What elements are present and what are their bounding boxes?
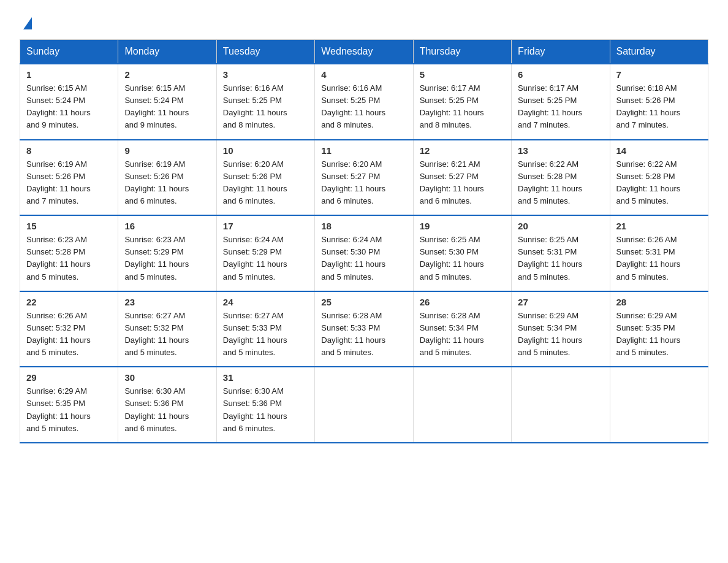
- calendar-cell: 22Sunrise: 6:26 AMSunset: 5:32 PMDayligh…: [20, 291, 118, 367]
- day-number: 12: [420, 145, 505, 156]
- day-number: 22: [26, 297, 112, 307]
- calendar-cell: 10Sunrise: 6:20 AMSunset: 5:26 PMDayligh…: [216, 140, 314, 216]
- calendar-cell: 26Sunrise: 6:28 AMSunset: 5:34 PMDayligh…: [413, 291, 511, 367]
- calendar-cell: 2Sunrise: 6:15 AMSunset: 5:24 PMDaylight…: [118, 64, 216, 140]
- calendar-cell: 23Sunrise: 6:27 AMSunset: 5:32 PMDayligh…: [118, 291, 216, 367]
- day-info: Sunrise: 6:29 AMSunset: 5:35 PMDaylight:…: [616, 310, 702, 359]
- day-number: 15: [26, 221, 112, 231]
- day-info: Sunrise: 6:27 AMSunset: 5:33 PMDaylight:…: [223, 310, 308, 359]
- day-info: Sunrise: 6:24 AMSunset: 5:30 PMDaylight:…: [321, 234, 406, 283]
- day-info: Sunrise: 6:28 AMSunset: 5:34 PMDaylight:…: [420, 310, 505, 359]
- day-number: 2: [124, 69, 210, 80]
- day-info: Sunrise: 6:19 AMSunset: 5:26 PMDaylight:…: [26, 158, 112, 208]
- day-number: 13: [518, 145, 603, 156]
- day-number: 5: [420, 69, 505, 80]
- day-info: Sunrise: 6:17 AMSunset: 5:25 PMDaylight:…: [420, 82, 505, 132]
- day-info: Sunrise: 6:22 AMSunset: 5:28 PMDaylight:…: [616, 158, 702, 208]
- calendar-cell: 5Sunrise: 6:17 AMSunset: 5:25 PMDaylight…: [413, 64, 511, 140]
- calendar-cell: 27Sunrise: 6:29 AMSunset: 5:34 PMDayligh…: [512, 291, 610, 367]
- calendar-cell: 18Sunrise: 6:24 AMSunset: 5:30 PMDayligh…: [315, 215, 413, 291]
- day-number: 27: [518, 297, 603, 307]
- column-header-sunday: Sunday: [20, 40, 118, 64]
- calendar-cell: 16Sunrise: 6:23 AMSunset: 5:29 PMDayligh…: [118, 215, 216, 291]
- day-number: 20: [518, 221, 603, 231]
- day-number: 17: [223, 221, 308, 231]
- day-info: Sunrise: 6:27 AMSunset: 5:32 PMDaylight:…: [124, 310, 210, 359]
- day-number: 9: [124, 145, 210, 156]
- calendar-cell: 20Sunrise: 6:25 AMSunset: 5:31 PMDayligh…: [512, 215, 610, 291]
- calendar-cell: 11Sunrise: 6:20 AMSunset: 5:27 PMDayligh…: [315, 140, 413, 216]
- column-header-wednesday: Wednesday: [315, 40, 413, 64]
- calendar-cell: 3Sunrise: 6:16 AMSunset: 5:25 PMDaylight…: [216, 64, 314, 140]
- day-info: Sunrise: 6:16 AMSunset: 5:25 PMDaylight:…: [223, 82, 308, 132]
- day-number: 18: [321, 221, 406, 231]
- calendar-cell: [315, 367, 413, 443]
- calendar-cell: 9Sunrise: 6:19 AMSunset: 5:26 PMDaylight…: [118, 140, 216, 216]
- day-number: 8: [26, 145, 112, 156]
- day-number: 24: [223, 297, 308, 307]
- day-number: 28: [616, 297, 702, 307]
- calendar-cell: [512, 367, 610, 443]
- day-number: 19: [420, 221, 505, 231]
- day-info: Sunrise: 6:23 AMSunset: 5:29 PMDaylight:…: [124, 234, 210, 283]
- column-header-tuesday: Tuesday: [216, 40, 314, 64]
- day-number: 6: [518, 69, 603, 80]
- calendar-week-row: 1Sunrise: 6:15 AMSunset: 5:24 PMDaylight…: [20, 64, 708, 140]
- column-header-friday: Friday: [512, 40, 610, 64]
- calendar-week-row: 29Sunrise: 6:29 AMSunset: 5:35 PMDayligh…: [20, 367, 708, 443]
- calendar-cell: 31Sunrise: 6:30 AMSunset: 5:36 PMDayligh…: [216, 367, 314, 443]
- day-info: Sunrise: 6:26 AMSunset: 5:32 PMDaylight:…: [26, 310, 112, 359]
- day-number: 4: [321, 69, 406, 80]
- day-number: 16: [124, 221, 210, 231]
- day-info: Sunrise: 6:25 AMSunset: 5:31 PMDaylight:…: [518, 234, 603, 283]
- day-info: Sunrise: 6:24 AMSunset: 5:29 PMDaylight:…: [223, 234, 308, 283]
- calendar-table: SundayMondayTuesdayWednesdayThursdayFrid…: [20, 39, 708, 443]
- calendar-cell: [610, 367, 708, 443]
- day-info: Sunrise: 6:20 AMSunset: 5:27 PMDaylight:…: [321, 158, 406, 208]
- day-number: 23: [124, 297, 210, 307]
- day-info: Sunrise: 6:28 AMSunset: 5:33 PMDaylight:…: [321, 310, 406, 359]
- calendar-cell: 14Sunrise: 6:22 AMSunset: 5:28 PMDayligh…: [610, 140, 708, 216]
- calendar-cell: [413, 367, 511, 443]
- day-info: Sunrise: 6:15 AMSunset: 5:24 PMDaylight:…: [124, 82, 210, 132]
- calendar-cell: 19Sunrise: 6:25 AMSunset: 5:30 PMDayligh…: [413, 215, 511, 291]
- day-info: Sunrise: 6:26 AMSunset: 5:31 PMDaylight:…: [616, 234, 702, 283]
- calendar-cell: 28Sunrise: 6:29 AMSunset: 5:35 PMDayligh…: [610, 291, 708, 367]
- calendar-header-row: SundayMondayTuesdayWednesdayThursdayFrid…: [20, 40, 708, 64]
- day-number: 14: [616, 145, 702, 156]
- day-info: Sunrise: 6:30 AMSunset: 5:36 PMDaylight:…: [223, 385, 308, 435]
- column-header-thursday: Thursday: [413, 40, 511, 64]
- day-number: 30: [124, 372, 210, 383]
- calendar-cell: 12Sunrise: 6:21 AMSunset: 5:27 PMDayligh…: [413, 140, 511, 216]
- page-header: [20, 15, 708, 29]
- calendar-cell: 7Sunrise: 6:18 AMSunset: 5:26 PMDaylight…: [610, 64, 708, 140]
- logo-triangle-icon: [23, 17, 32, 29]
- column-header-monday: Monday: [118, 40, 216, 64]
- day-number: 10: [223, 145, 308, 156]
- calendar-cell: 8Sunrise: 6:19 AMSunset: 5:26 PMDaylight…: [20, 140, 118, 216]
- day-number: 25: [321, 297, 406, 307]
- calendar-cell: 4Sunrise: 6:16 AMSunset: 5:25 PMDaylight…: [315, 64, 413, 140]
- day-number: 7: [616, 69, 702, 80]
- day-info: Sunrise: 6:29 AMSunset: 5:35 PMDaylight:…: [26, 385, 112, 435]
- logo: [20, 15, 32, 29]
- calendar-cell: 25Sunrise: 6:28 AMSunset: 5:33 PMDayligh…: [315, 291, 413, 367]
- day-info: Sunrise: 6:22 AMSunset: 5:28 PMDaylight:…: [518, 158, 603, 208]
- calendar-cell: 15Sunrise: 6:23 AMSunset: 5:28 PMDayligh…: [20, 215, 118, 291]
- column-header-saturday: Saturday: [610, 40, 708, 64]
- day-info: Sunrise: 6:21 AMSunset: 5:27 PMDaylight:…: [420, 158, 505, 208]
- day-number: 31: [223, 372, 308, 383]
- day-number: 21: [616, 221, 702, 231]
- day-number: 3: [223, 69, 308, 80]
- calendar-cell: 13Sunrise: 6:22 AMSunset: 5:28 PMDayligh…: [512, 140, 610, 216]
- day-info: Sunrise: 6:23 AMSunset: 5:28 PMDaylight:…: [26, 234, 112, 283]
- calendar-week-row: 15Sunrise: 6:23 AMSunset: 5:28 PMDayligh…: [20, 215, 708, 291]
- day-number: 29: [26, 372, 112, 383]
- day-number: 26: [420, 297, 505, 307]
- day-number: 1: [26, 69, 112, 80]
- day-number: 11: [321, 145, 406, 156]
- calendar-cell: 24Sunrise: 6:27 AMSunset: 5:33 PMDayligh…: [216, 291, 314, 367]
- day-info: Sunrise: 6:19 AMSunset: 5:26 PMDaylight:…: [124, 158, 210, 208]
- calendar-cell: 6Sunrise: 6:17 AMSunset: 5:25 PMDaylight…: [512, 64, 610, 140]
- calendar-cell: 21Sunrise: 6:26 AMSunset: 5:31 PMDayligh…: [610, 215, 708, 291]
